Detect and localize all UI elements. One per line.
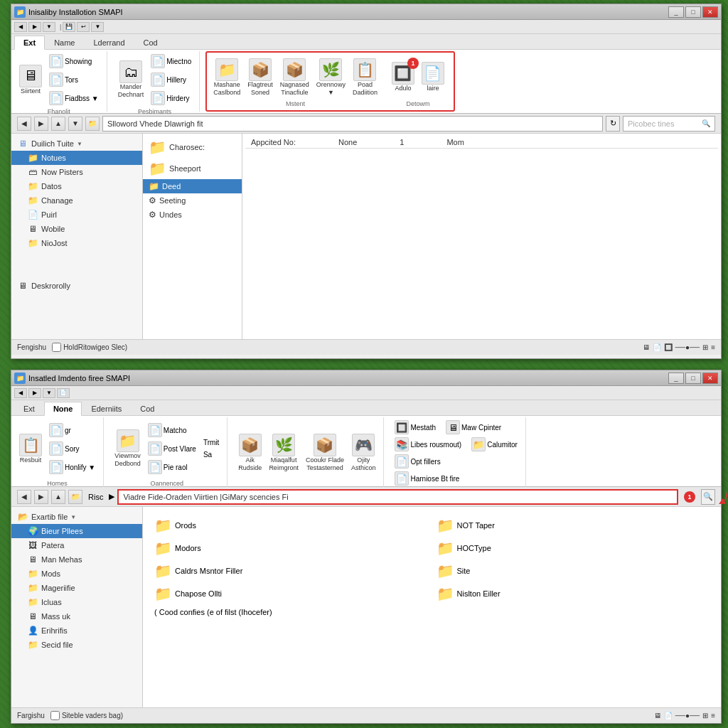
qa-icon-1[interactable]: ◀ [14,22,27,32]
nav-up-top[interactable]: ▲ [51,117,65,131]
mid-item-seeting[interactable]: ⚙ Seeting [143,193,242,208]
mid-item-deed[interactable]: 📁 Deed [143,179,242,193]
nav-path-bottom[interactable]: Viadre Fide-Oraden Viirtien |GiMary scen… [117,489,678,505]
tab-cod-top[interactable]: Cod [134,36,167,49]
ribbon-btn-cooukr[interactable]: 📦 Cooukr FladeTestasterned [304,432,346,474]
status-checkbox-bottom[interactable]: Siteble vaders bag) [50,711,123,720]
ribbon-btn-sory[interactable]: 📄 Sory [47,440,97,457]
nav-forward-bottom[interactable]: ▶ [34,490,48,504]
ribbon-btn-post[interactable]: 📄 Post Vlare [146,440,198,457]
tab-none-bottom[interactable]: None [44,402,82,416]
ribbon-btn-opt[interactable]: 📄 Opt fillers [392,453,442,470]
ribbon-btn-flagtreut[interactable]: 📦 FlagtreutSoned [245,56,275,99]
qa-icon-4[interactable]: 💾 [63,22,75,32]
nav-back-bottom[interactable]: ◀ [17,490,31,504]
qa-icon-2-b[interactable]: ▶ [28,388,41,398]
sidebar-item-chanage[interactable]: 📁 Chanage [11,193,142,208]
sidebar-item-mods[interactable]: 📁 Mods [11,567,142,581]
sidebar-item-datos[interactable]: 📁 Datos [11,179,142,193]
sidebar-item-wobile[interactable]: 🖥 Wobile [11,222,142,236]
ribbon-btn-orennowy[interactable]: 🌿 Orennowy▼ [314,56,348,99]
ribbon-btn-calumitor[interactable]: 📁 Calumitor [469,436,520,453]
tab-cod-bottom[interactable]: Cod [131,402,164,415]
file-item-orods[interactable]: 📁 Orods [151,515,431,535]
sidebar-item-exartib[interactable]: 📂 Exartib file ▼ [11,510,142,524]
ribbon-btn-ojity[interactable]: 🎮 OjityAsthicon [349,432,378,474]
nav-refresh-top[interactable]: ↻ [606,116,620,132]
close-button-bottom[interactable]: ✕ [702,373,718,384]
qa-icon-4-b[interactable]: 📄 [57,388,70,398]
ribbon-btn-showing[interactable]: 📄 Showing [47,53,101,70]
ribbon-btn-harniose[interactable]: 📄 Harniose Bt fire [392,470,461,487]
ribbon-btn-fiadbss[interactable]: 📄 Fiadbss ▼ [47,90,101,107]
mid-item-undes[interactable]: ⚙ Undes [143,208,242,222]
ribbon-btn-hillery[interactable]: 📄 Hillery [149,71,193,88]
tab-name-top[interactable]: Name [45,36,84,49]
ribbon-btn-sa[interactable]: Sa [201,449,221,460]
file-item-not-taper[interactable]: 📁 NOT Taper [434,515,713,535]
tab-ext-top[interactable]: Ext [14,36,45,50]
ribbon-btn-laire[interactable]: 📄 laire [419,60,446,95]
ribbon-btn-trmit[interactable]: Trmit [201,437,221,448]
ribbon-btn-poad[interactable]: 📋 PoadDadiition [350,56,380,99]
qa-icon-1-b[interactable]: ◀ [14,388,27,398]
ribbon-btn-adulo[interactable]: 🔲 Adulo 1 [390,60,417,95]
tab-ext-bottom[interactable]: Ext [14,402,44,415]
file-item-site[interactable]: 📁 Site [434,561,713,581]
nav-path-top[interactable]: Slloword Vhede Dlawrigh fit [102,116,603,132]
sidebar-item-bieur[interactable]: 🌍 Bieur Pllees [11,524,142,538]
minimize-button-top[interactable]: _ [668,6,684,18]
sidebar-item-mass[interactable]: 🖥 Mass uk [11,609,142,623]
minimize-button-bottom[interactable]: _ [668,373,684,384]
ribbon-btn-mashane[interactable]: 📁 MashaneCaslbond [211,56,242,99]
qa-icon-2[interactable]: ▶ [28,22,41,32]
ribbon-btn-maw[interactable]: 🖥 Maw Cpinter [444,419,503,436]
mid-item-charosec[interactable]: 📁 Charosec: [143,136,242,158]
ribbon-btn-honlify[interactable]: 📄 Honlify ▼ [47,459,97,476]
status-checkbox-input-top[interactable] [52,343,61,352]
ribbon-btn-hirdery[interactable]: 📄 Hirdery [149,90,193,107]
sidebar-item-deskrorolly[interactable]: 🖥 Deskrorolly [11,279,142,293]
sidebar-item-secid[interactable]: 📁 Secid file [11,638,142,652]
ribbon-btn-siirtent[interactable]: 🖥 Siirtent [17,63,44,97]
ribbon-btn-miaqalfut[interactable]: 🌿 MiaqalfutReimgront [267,432,301,474]
ribbon-btn-viewmov[interactable]: 📁 ViewmovDedbond [112,427,143,470]
file-item-caldrs[interactable]: 📁 Caldrs Msntor Filler [151,561,431,581]
sidebar-item-now-pisters[interactable]: 🗃 Now Pisters [11,165,142,179]
sidebar-item-duilich[interactable]: 🖥 Duilich Tuite ▼ [11,136,142,151]
ribbon-btn-mestath[interactable]: 🔲 Mestath [392,419,438,436]
tab-lderrand-top[interactable]: Lderrand [84,36,134,49]
sidebar-item-mageriifie[interactable]: 📁 Mageriifie [11,581,142,595]
close-button-top[interactable]: ✕ [702,6,718,18]
maximize-button-top[interactable]: □ [685,6,701,18]
qa-icon-6[interactable]: ▼ [91,22,104,32]
sidebar-item-notues[interactable]: 📁 Notues [11,151,142,165]
status-checkbox-top[interactable]: HoldRitowigeo Slec) [52,343,127,352]
ribbon-btn-gr[interactable]: 📄 gr [47,422,97,439]
status-checkbox-input-bottom[interactable] [50,711,60,720]
tab-ederniits-bottom[interactable]: Ederniits [82,402,131,415]
ribbon-btn-nagnased[interactable]: 📦 NagnasedTinacfiule [278,56,311,99]
qa-icon-5[interactable]: ↩ [77,22,90,32]
ribbon-btn-resbuit[interactable]: 📋 Resbuit [17,432,44,466]
nav-search-top[interactable]: Picobec tines 🔍 [623,116,715,132]
sidebar-item-erihrifis[interactable]: 👤 Erihrifis [11,623,142,638]
nav-folder-bottom[interactable]: 📁 [68,490,82,504]
qa-icon-3-b[interactable]: ▼ [43,388,55,398]
ribbon-btn-pie[interactable]: 📄 Pie raol [146,459,198,476]
nav-folder-top[interactable]: 📁 [85,117,100,131]
nav-forward-top[interactable]: ▶ [34,117,48,131]
file-item-chapose[interactable]: 📁 Chapose Ollti [151,584,431,604]
ribbon-btn-aik[interactable]: 📦 AikRudside [236,432,264,474]
sidebar-item-niojost[interactable]: 📁 NioJost [11,236,142,250]
file-item-modors[interactable]: 📁 Modors [151,538,431,558]
ribbon-btn-miectno[interactable]: 📄 Miectno [149,53,193,70]
sidebar-item-icluas[interactable]: 📁 Icluas [11,595,142,609]
sidebar-item-puirl[interactable]: 📄 Puirl [11,208,142,222]
nav-dropdown-top[interactable]: ▼ [68,117,82,131]
ribbon-btn-libes[interactable]: 📚 Libes rousmout) [392,436,464,453]
nav-back-top[interactable]: ◀ [17,117,31,131]
sidebar-item-patera[interactable]: 🖼 Patera [11,538,142,552]
ribbon-btn-tors[interactable]: 📄 Tors [47,71,101,88]
mid-item-sheeport[interactable]: 📁 Sheeport [143,158,242,179]
